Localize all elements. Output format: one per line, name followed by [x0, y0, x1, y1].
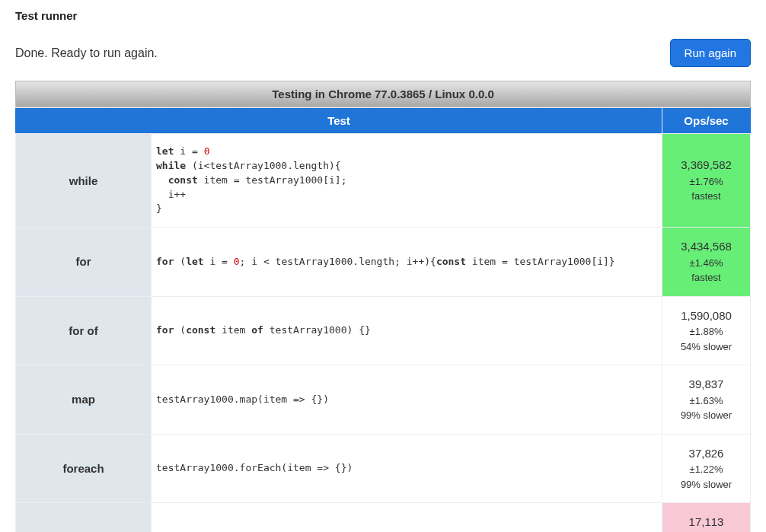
- ops-error: ±1.22%: [690, 464, 723, 475]
- table-row: for offor (const item of testArray1000) …: [16, 296, 751, 365]
- ops-value: 3,434,568: [681, 240, 732, 253]
- ops-value: 17,113: [689, 515, 724, 528]
- table-row: whilelet i = 0 while (i<testArray1000.le…: [16, 134, 751, 228]
- table-row: forfor (let i = 0; i < testArray1000.len…: [16, 228, 751, 297]
- table-row: foreachtestArray1000.forEach(item => {})…: [16, 434, 751, 503]
- test-code: let i = 0 while (i<testArray1000.length)…: [152, 134, 662, 228]
- test-code: testArray1000.forEach(item => {}): [152, 434, 662, 503]
- ops-note: 99% slower: [681, 479, 732, 490]
- test-ops: 39,837±1.63%99% slower: [662, 365, 751, 435]
- status-text: Done. Ready to run again.: [15, 46, 158, 60]
- test-name: foreach: [16, 434, 152, 503]
- test-ops: 3,434,568±1.46%fastest: [662, 228, 751, 297]
- results-caption: Testing in Chrome 77.0.3865 / Linux 0.0.…: [15, 81, 751, 107]
- ops-value: 37,826: [689, 447, 724, 460]
- status-row: Done. Ready to run again. Run again: [15, 39, 751, 67]
- ops-value: 1,590,080: [681, 309, 732, 322]
- ops-error: ±1.88%: [690, 326, 723, 337]
- ops-note: 54% slower: [681, 341, 732, 352]
- test-ops: 1,590,080±1.88%54% slower: [662, 296, 751, 365]
- test-code: for (let i = 0; i < testArray1000.length…: [152, 228, 662, 297]
- test-code: testArray1000.map(item => {}): [152, 365, 662, 435]
- ops-note: 99% slower: [681, 409, 732, 421]
- table-row: maptestArray1000.map(item => {})39,837±1…: [16, 365, 751, 435]
- test-name: map: [16, 365, 152, 435]
- table-row: for infor (const i in testArray1000) {co…: [16, 503, 751, 532]
- ops-error: ±1.76%: [690, 176, 723, 187]
- ops-note: fastest: [691, 190, 720, 202]
- ops-error: ±1.63%: [690, 395, 723, 406]
- run-again-button[interactable]: Run again: [670, 39, 751, 67]
- page-title: Test runner: [15, 9, 751, 22]
- ops-value: 39,837: [689, 377, 724, 390]
- test-name: for in: [16, 503, 152, 532]
- test-code: for (const i in testArray1000) {const it…: [152, 503, 662, 532]
- header-test: Test: [16, 108, 662, 134]
- ops-error: ±1.46%: [690, 257, 723, 269]
- ops-value: 3,369,582: [681, 158, 732, 171]
- test-code: for (const item of testArray1000) {}: [152, 296, 662, 365]
- results-table: Testing in Chrome 77.0.3865 / Linux 0.0.…: [15, 81, 751, 532]
- test-name: for: [16, 228, 152, 297]
- test-name: while: [16, 134, 152, 228]
- test-name: for of: [16, 296, 152, 365]
- ops-note: fastest: [691, 272, 720, 283]
- test-ops: 3,369,582±1.76%fastest: [662, 134, 751, 228]
- test-ops: 17,113±0.85%99% slower: [662, 503, 751, 532]
- header-ops: Ops/sec: [662, 108, 751, 134]
- test-ops: 37,826±1.22%99% slower: [662, 434, 751, 503]
